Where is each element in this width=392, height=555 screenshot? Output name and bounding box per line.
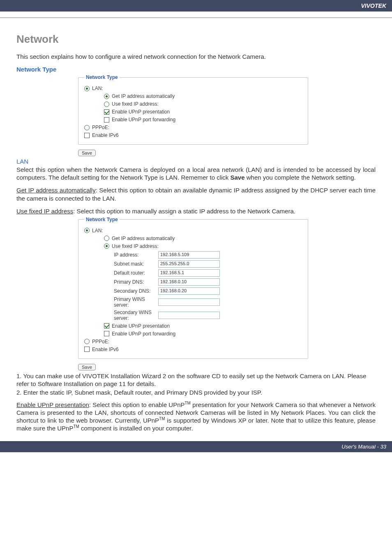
pppoe-label: PPPoE:	[92, 125, 109, 130]
use-fixed-label: Use fixed IP address:	[112, 101, 159, 107]
upnp-pres-checkbox-2[interactable]	[104, 323, 109, 328]
router-label: Default router:	[84, 270, 158, 276]
list-item: 1. You can make use of VIVOTEK Installat…	[16, 372, 376, 388]
ipv6-checkbox[interactable]	[84, 133, 90, 138]
fieldset-legend: Network Type	[84, 74, 120, 80]
upnp-port-label: Enable UPnP port forwarding	[112, 117, 175, 123]
lan-radio-2[interactable]	[84, 228, 90, 233]
upnp-port-checkbox[interactable]	[104, 117, 109, 123]
subnet-input[interactable]: 255.255.255.0	[158, 260, 220, 268]
lan-radio[interactable]	[84, 86, 90, 91]
get-ip-radio-2[interactable]	[104, 236, 109, 241]
sdns-label: Secondary DNS:	[84, 288, 158, 294]
ipv6-label-2: Enable IPv6	[92, 347, 119, 352]
network-type-box-2: Network Type LAN: Get IP address automat…	[78, 217, 308, 359]
use-fixed-label-2: Use fixed IP address:	[112, 243, 159, 249]
get-ip-paragraph: Get IP address automatically: Select thi…	[16, 186, 376, 202]
page-title: Network	[16, 33, 376, 46]
intro-text: This section explains how to configure a…	[16, 53, 376, 60]
swins-label: Secondary WINS server:	[84, 310, 158, 321]
upnp-port-checkbox-2[interactable]	[104, 331, 109, 336]
subnet-label: Subnet mask:	[84, 261, 158, 267]
upnp-pres-label-2: Enable UPnP presentation	[112, 323, 170, 329]
save-button-2[interactable]: Save	[78, 364, 96, 370]
lan-subheading: LAN	[16, 158, 376, 165]
pdns-label: Primary DNS:	[84, 279, 158, 285]
network-type-box-1: Network Type LAN: Get IP address automat…	[78, 74, 308, 145]
ip-label: IP address:	[84, 252, 158, 258]
upnp-paragraph: Enable UPnP presentation: Select this op…	[16, 401, 376, 432]
footer-page: User's Manual - 33	[0, 441, 392, 452]
save-button[interactable]: Save	[78, 150, 96, 156]
upnp-port-label-2: Enable UPnP port forwarding	[112, 331, 175, 337]
router-input[interactable]: 192.168.5.1	[158, 269, 220, 277]
list-item: 2. Enter the static IP, Subnet mask, Def…	[16, 388, 376, 396]
swins-input[interactable]	[158, 312, 220, 319]
pwins-input[interactable]	[158, 298, 220, 306]
lan-paragraph: Select this option when the Network Came…	[16, 166, 376, 181]
lan-label: LAN:	[92, 86, 103, 91]
use-fixed-radio-2[interactable]	[104, 243, 109, 249]
sdns-input[interactable]: 192.168.0.20	[158, 287, 220, 295]
ip-input[interactable]: 192.168.5.109	[158, 251, 220, 259]
network-type-heading: Network Type	[16, 66, 376, 73]
ipv6-label: Enable IPv6	[92, 132, 119, 138]
get-ip-label-2: Get IP address automatically	[112, 236, 175, 241]
get-ip-radio[interactable]	[104, 94, 109, 99]
pppoe-radio[interactable]	[84, 125, 90, 130]
lan-label-2: LAN:	[92, 228, 103, 234]
ipv6-checkbox-2[interactable]	[84, 347, 90, 352]
use-fixed-radio[interactable]	[104, 102, 109, 107]
pwins-label: Primary WINS server:	[84, 296, 158, 308]
instruction-list: 1. You can make use of VIVOTEK Installat…	[16, 372, 376, 397]
page-content: Network This section explains how to con…	[0, 18, 392, 432]
pppoe-radio-2[interactable]	[84, 339, 90, 344]
upnp-pres-checkbox[interactable]	[104, 109, 109, 115]
fieldset2-legend: Network Type	[84, 217, 120, 222]
upnp-pres-label: Enable UPnP presentation	[112, 109, 170, 115]
get-ip-label: Get IP address automatically	[112, 93, 175, 99]
pdns-input[interactable]: 192.168.0.10	[158, 278, 220, 286]
use-fixed-paragraph: Use fixed IP address: Select this option…	[16, 207, 376, 215]
header-brand: VIVOTEK	[0, 0, 392, 12]
pppoe-label-2: PPPoE:	[92, 339, 109, 345]
